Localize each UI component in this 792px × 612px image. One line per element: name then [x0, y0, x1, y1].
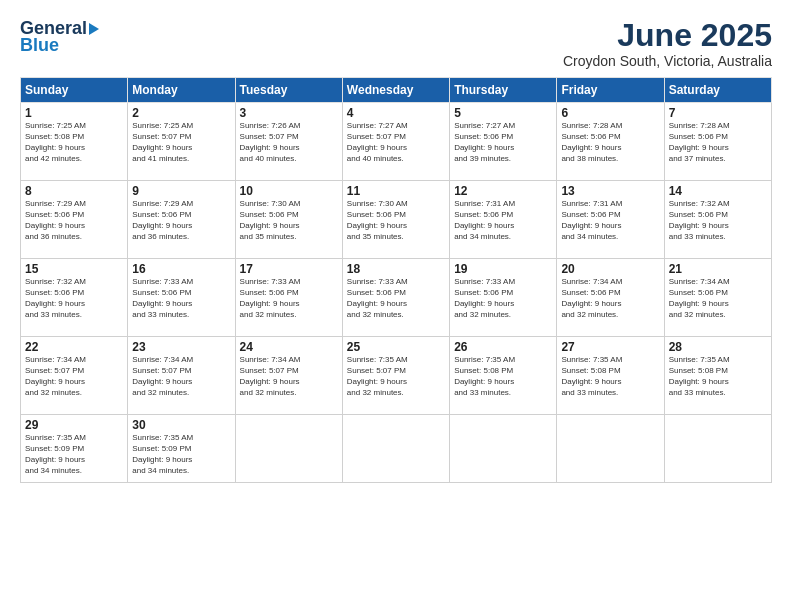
- day-info: Sunrise: 7:32 AM Sunset: 5:06 PM Dayligh…: [25, 277, 123, 320]
- table-row: 20Sunrise: 7:34 AM Sunset: 5:06 PM Dayli…: [557, 259, 664, 337]
- table-row: 1Sunrise: 7:25 AM Sunset: 5:08 PM Daylig…: [21, 103, 128, 181]
- day-number: 23: [132, 340, 230, 354]
- logo: General Blue: [20, 18, 99, 56]
- day-number: 8: [25, 184, 123, 198]
- day-info: Sunrise: 7:33 AM Sunset: 5:06 PM Dayligh…: [347, 277, 445, 320]
- day-number: 2: [132, 106, 230, 120]
- day-info: Sunrise: 7:34 AM Sunset: 5:06 PM Dayligh…: [561, 277, 659, 320]
- day-number: 7: [669, 106, 767, 120]
- day-number: 11: [347, 184, 445, 198]
- day-info: Sunrise: 7:33 AM Sunset: 5:06 PM Dayligh…: [454, 277, 552, 320]
- table-row: 13Sunrise: 7:31 AM Sunset: 5:06 PM Dayli…: [557, 181, 664, 259]
- day-number: 15: [25, 262, 123, 276]
- table-row: 10Sunrise: 7:30 AM Sunset: 5:06 PM Dayli…: [235, 181, 342, 259]
- title-block: June 2025 Croydon South, Victoria, Austr…: [563, 18, 772, 69]
- table-row: 29Sunrise: 7:35 AM Sunset: 5:09 PM Dayli…: [21, 415, 128, 483]
- day-info: Sunrise: 7:29 AM Sunset: 5:06 PM Dayligh…: [132, 199, 230, 242]
- day-number: 30: [132, 418, 230, 432]
- day-number: 22: [25, 340, 123, 354]
- day-number: 14: [669, 184, 767, 198]
- location: Croydon South, Victoria, Australia: [563, 53, 772, 69]
- day-number: 29: [25, 418, 123, 432]
- table-row: 9Sunrise: 7:29 AM Sunset: 5:06 PM Daylig…: [128, 181, 235, 259]
- table-row: 17Sunrise: 7:33 AM Sunset: 5:06 PM Dayli…: [235, 259, 342, 337]
- table-row: [664, 415, 771, 483]
- col-wednesday: Wednesday: [342, 78, 449, 103]
- day-info: Sunrise: 7:33 AM Sunset: 5:06 PM Dayligh…: [132, 277, 230, 320]
- logo-blue-text: Blue: [20, 35, 59, 56]
- table-row: 25Sunrise: 7:35 AM Sunset: 5:07 PM Dayli…: [342, 337, 449, 415]
- table-row: 16Sunrise: 7:33 AM Sunset: 5:06 PM Dayli…: [128, 259, 235, 337]
- day-number: 18: [347, 262, 445, 276]
- table-row: 18Sunrise: 7:33 AM Sunset: 5:06 PM Dayli…: [342, 259, 449, 337]
- day-info: Sunrise: 7:27 AM Sunset: 5:07 PM Dayligh…: [347, 121, 445, 164]
- table-row: 12Sunrise: 7:31 AM Sunset: 5:06 PM Dayli…: [450, 181, 557, 259]
- day-info: Sunrise: 7:27 AM Sunset: 5:06 PM Dayligh…: [454, 121, 552, 164]
- day-info: Sunrise: 7:35 AM Sunset: 5:07 PM Dayligh…: [347, 355, 445, 398]
- day-info: Sunrise: 7:31 AM Sunset: 5:06 PM Dayligh…: [561, 199, 659, 242]
- day-number: 17: [240, 262, 338, 276]
- calendar-table: Sunday Monday Tuesday Wednesday Thursday…: [20, 77, 772, 483]
- day-info: Sunrise: 7:25 AM Sunset: 5:07 PM Dayligh…: [132, 121, 230, 164]
- day-number: 24: [240, 340, 338, 354]
- day-number: 16: [132, 262, 230, 276]
- day-number: 19: [454, 262, 552, 276]
- day-info: Sunrise: 7:26 AM Sunset: 5:07 PM Dayligh…: [240, 121, 338, 164]
- page: General Blue June 2025 Croydon South, Vi…: [0, 0, 792, 612]
- month-title: June 2025: [563, 18, 772, 53]
- calendar-week-4: 22Sunrise: 7:34 AM Sunset: 5:07 PM Dayli…: [21, 337, 772, 415]
- day-number: 10: [240, 184, 338, 198]
- day-info: Sunrise: 7:30 AM Sunset: 5:06 PM Dayligh…: [347, 199, 445, 242]
- day-info: Sunrise: 7:28 AM Sunset: 5:06 PM Dayligh…: [561, 121, 659, 164]
- table-row: 15Sunrise: 7:32 AM Sunset: 5:06 PM Dayli…: [21, 259, 128, 337]
- calendar-week-1: 1Sunrise: 7:25 AM Sunset: 5:08 PM Daylig…: [21, 103, 772, 181]
- day-number: 12: [454, 184, 552, 198]
- day-info: Sunrise: 7:34 AM Sunset: 5:07 PM Dayligh…: [25, 355, 123, 398]
- day-info: Sunrise: 7:35 AM Sunset: 5:08 PM Dayligh…: [561, 355, 659, 398]
- day-info: Sunrise: 7:28 AM Sunset: 5:06 PM Dayligh…: [669, 121, 767, 164]
- calendar-week-5: 29Sunrise: 7:35 AM Sunset: 5:09 PM Dayli…: [21, 415, 772, 483]
- table-row: 26Sunrise: 7:35 AM Sunset: 5:08 PM Dayli…: [450, 337, 557, 415]
- table-row: 4Sunrise: 7:27 AM Sunset: 5:07 PM Daylig…: [342, 103, 449, 181]
- logo-arrow-icon: [89, 23, 99, 35]
- day-info: Sunrise: 7:34 AM Sunset: 5:06 PM Dayligh…: [669, 277, 767, 320]
- table-row: 2Sunrise: 7:25 AM Sunset: 5:07 PM Daylig…: [128, 103, 235, 181]
- table-row: 7Sunrise: 7:28 AM Sunset: 5:06 PM Daylig…: [664, 103, 771, 181]
- table-row: 30Sunrise: 7:35 AM Sunset: 5:09 PM Dayli…: [128, 415, 235, 483]
- day-number: 5: [454, 106, 552, 120]
- day-info: Sunrise: 7:32 AM Sunset: 5:06 PM Dayligh…: [669, 199, 767, 242]
- day-number: 26: [454, 340, 552, 354]
- day-info: Sunrise: 7:34 AM Sunset: 5:07 PM Dayligh…: [240, 355, 338, 398]
- table-row: [557, 415, 664, 483]
- day-number: 3: [240, 106, 338, 120]
- day-info: Sunrise: 7:30 AM Sunset: 5:06 PM Dayligh…: [240, 199, 338, 242]
- col-thursday: Thursday: [450, 78, 557, 103]
- table-row: 3Sunrise: 7:26 AM Sunset: 5:07 PM Daylig…: [235, 103, 342, 181]
- day-info: Sunrise: 7:31 AM Sunset: 5:06 PM Dayligh…: [454, 199, 552, 242]
- header: General Blue June 2025 Croydon South, Vi…: [20, 18, 772, 69]
- day-number: 9: [132, 184, 230, 198]
- day-number: 27: [561, 340, 659, 354]
- day-info: Sunrise: 7:34 AM Sunset: 5:07 PM Dayligh…: [132, 355, 230, 398]
- day-info: Sunrise: 7:25 AM Sunset: 5:08 PM Dayligh…: [25, 121, 123, 164]
- day-info: Sunrise: 7:35 AM Sunset: 5:08 PM Dayligh…: [454, 355, 552, 398]
- day-number: 4: [347, 106, 445, 120]
- table-row: 22Sunrise: 7:34 AM Sunset: 5:07 PM Dayli…: [21, 337, 128, 415]
- col-friday: Friday: [557, 78, 664, 103]
- day-info: Sunrise: 7:35 AM Sunset: 5:09 PM Dayligh…: [25, 433, 123, 476]
- day-number: 13: [561, 184, 659, 198]
- day-info: Sunrise: 7:35 AM Sunset: 5:09 PM Dayligh…: [132, 433, 230, 476]
- table-row: [235, 415, 342, 483]
- table-row: 28Sunrise: 7:35 AM Sunset: 5:08 PM Dayli…: [664, 337, 771, 415]
- day-number: 21: [669, 262, 767, 276]
- day-info: Sunrise: 7:33 AM Sunset: 5:06 PM Dayligh…: [240, 277, 338, 320]
- col-tuesday: Tuesday: [235, 78, 342, 103]
- table-row: 11Sunrise: 7:30 AM Sunset: 5:06 PM Dayli…: [342, 181, 449, 259]
- calendar-week-3: 15Sunrise: 7:32 AM Sunset: 5:06 PM Dayli…: [21, 259, 772, 337]
- table-row: 23Sunrise: 7:34 AM Sunset: 5:07 PM Dayli…: [128, 337, 235, 415]
- col-saturday: Saturday: [664, 78, 771, 103]
- table-row: 27Sunrise: 7:35 AM Sunset: 5:08 PM Dayli…: [557, 337, 664, 415]
- table-row: [450, 415, 557, 483]
- table-row: 6Sunrise: 7:28 AM Sunset: 5:06 PM Daylig…: [557, 103, 664, 181]
- table-row: 24Sunrise: 7:34 AM Sunset: 5:07 PM Dayli…: [235, 337, 342, 415]
